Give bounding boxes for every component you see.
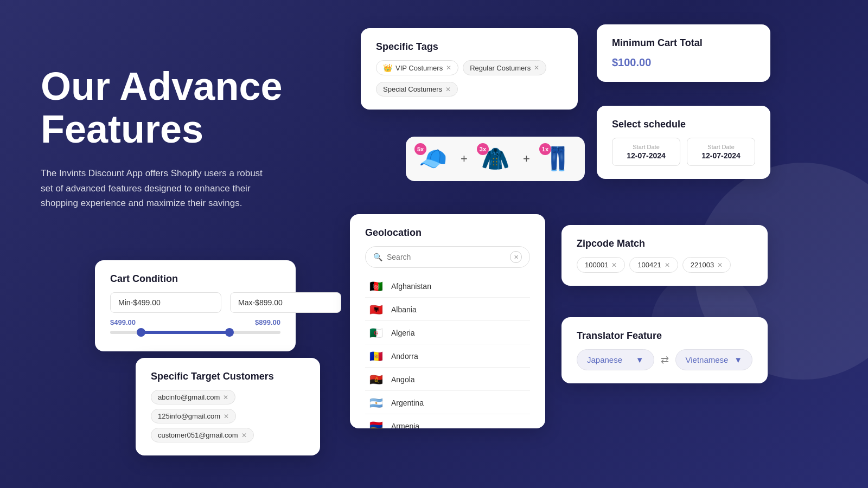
start-date-label-1: Start Date (619, 144, 673, 150)
plus-sign-2: + (523, 152, 530, 166)
regular-tag: Regular Costumers ✕ (463, 60, 546, 75)
regular-tag-label: Regular Costumers (470, 64, 531, 72)
pants-badge: 1x (539, 143, 551, 155)
from-lang-chevron-icon: ▼ (636, 355, 644, 364)
product-bundle-card: 5x 🧢 + 3x 🧥 + 1x 👖 (406, 137, 585, 181)
special-tag-remove[interactable]: ✕ (445, 86, 451, 93)
max-price-input[interactable] (230, 292, 341, 313)
translator-title: Translator Feature (577, 330, 752, 342)
date-inputs-container: Start Date 12-07-2024 Start Date 12-07-2… (612, 138, 755, 166)
cart-condition-title: Cart Condition (110, 273, 280, 285)
start-date-input-1[interactable]: Start Date 12-07-2024 (612, 138, 680, 166)
specific-tags-title: Specific Tags (376, 41, 563, 53)
max-price-label: $899.00 (255, 318, 280, 326)
to-lang-label: Vietnamese (686, 355, 729, 364)
algeria-name: Algeria (391, 329, 415, 337)
afghanistan-name: Afghanistan (391, 282, 431, 291)
product-item-hat: 5x 🧢 (419, 147, 447, 170)
zip-tag-0: 100001 ✕ (577, 257, 625, 273)
cart-condition-card: Cart Condition $499.00 $899.00 (95, 260, 296, 351)
country-item-algeria[interactable]: 🇩🇿 Algeria (365, 322, 530, 344)
andorra-flag: 🇦🇩 (367, 350, 385, 363)
albania-flag: 🇦🇱 (367, 303, 385, 316)
email-tag-1-label: 125info@gmail.com (158, 412, 220, 420)
min-price-input[interactable] (110, 292, 221, 313)
from-language-select[interactable]: Japanese ▼ (577, 349, 654, 370)
country-item-armenia[interactable]: 🇦🇲 Armenia (365, 415, 530, 428)
specific-tags-card: Specific Tags 👑 VIP Costumers ✕ Regular … (361, 28, 578, 110)
zip-tag-2: 221003 ✕ (682, 257, 731, 273)
clear-search-button[interactable]: ✕ (510, 251, 522, 263)
left-section: Our Advance Features The Invints Discoun… (41, 65, 323, 210)
zip-tag-1: 100421 ✕ (629, 257, 678, 273)
to-language-select[interactable]: Vietnamese ▼ (675, 349, 753, 370)
start-date-label-2: Start Date (694, 144, 748, 150)
argentina-name: Argentina (391, 399, 424, 407)
target-customers-card: Specific Target Customers abcinfo@gmail.… (136, 358, 320, 455)
email-tag-2: customer051@gmail.com ✕ (151, 428, 254, 442)
product-item-pants: 1x 👖 (544, 147, 572, 170)
plus-sign-1: + (461, 152, 468, 166)
vip-tag: 👑 VIP Costumers ✕ (376, 60, 458, 75)
slider-thumb-right[interactable] (225, 328, 234, 337)
vip-tag-remove[interactable]: ✕ (446, 64, 451, 72)
from-lang-label: Japanese (587, 355, 622, 364)
zip-tag-2-remove[interactable]: ✕ (717, 261, 723, 269)
jacket-badge: 3x (477, 143, 489, 155)
email-tag-2-remove[interactable]: ✕ (241, 432, 247, 439)
product-item-jacket: 3x 🧥 (481, 147, 509, 170)
zip-code-0: 100001 (585, 261, 608, 269)
translator-row: Japanese ▼ ⇄ Vietnamese ▼ (577, 349, 752, 370)
start-date-value-2: 12-07-2024 (694, 151, 748, 160)
vip-tag-label: VIP Costumers (395, 64, 443, 72)
hat-badge: 5x (414, 143, 426, 155)
zip-tag-1-remove[interactable]: ✕ (665, 261, 670, 269)
page-description: The Invints Discount App offers Shopify … (41, 166, 269, 210)
geo-search-container: 🔍 ✕ (365, 246, 530, 268)
andorra-name: Andorra (391, 352, 418, 361)
email-tag-2-label: customer051@gmail.com (158, 431, 238, 439)
country-item-angola[interactable]: 🇦🇴 Angola (365, 369, 530, 391)
target-customers-title: Specific Target Customers (151, 371, 305, 382)
crown-icon: 👑 (383, 63, 392, 72)
special-tag: Special Costumers ✕ (376, 82, 458, 97)
albania-name: Albania (391, 305, 417, 314)
email-tag-0: abcinfo@gmail.com ✕ (151, 390, 235, 404)
min-cart-total-card: Minimum Cart Total $100.00 (597, 24, 770, 82)
argentina-flag: 🇦🇷 (367, 396, 385, 409)
country-item-afghanistan[interactable]: 🇦🇫 Afghanistan (365, 275, 530, 298)
geo-search-input[interactable] (387, 253, 506, 261)
search-icon: 🔍 (373, 253, 382, 261)
schedule-title: Select schedule (612, 119, 755, 130)
price-slider-track[interactable] (110, 331, 280, 334)
start-date-value-1: 12-07-2024 (619, 151, 673, 160)
slider-fill (141, 331, 229, 334)
regular-tag-remove[interactable]: ✕ (534, 64, 539, 72)
angola-name: Angola (391, 375, 415, 384)
country-item-argentina[interactable]: 🇦🇷 Argentina (365, 392, 530, 414)
slider-thumb-left[interactable] (137, 328, 145, 337)
country-item-andorra[interactable]: 🇦🇩 Andorra (365, 345, 530, 368)
specific-tags-container: 👑 VIP Costumers ✕ Regular Costumers ✕ Sp… (376, 60, 563, 97)
armenia-flag: 🇦🇲 (367, 420, 385, 428)
zip-tag-0-remove[interactable]: ✕ (611, 261, 617, 269)
zip-tags-container: 100001 ✕ 100421 ✕ 221003 ✕ (577, 257, 752, 273)
zip-code-2: 221003 (691, 261, 714, 269)
email-tag-1-remove[interactable]: ✕ (224, 413, 229, 420)
armenia-name: Armenia (391, 422, 419, 428)
country-list: 🇦🇫 Afghanistan 🇦🇱 Albania 🇩🇿 Algeria 🇦🇩 … (365, 275, 530, 428)
angola-flag: 🇦🇴 (367, 373, 385, 386)
swap-languages-icon[interactable]: ⇄ (661, 354, 669, 366)
min-cart-value: $100.00 (612, 56, 755, 69)
email-tag-0-label: abcinfo@gmail.com (158, 393, 220, 401)
email-tag-0-remove[interactable]: ✕ (223, 394, 228, 401)
min-cart-title: Minimum Cart Total (612, 37, 755, 49)
zip-code-1: 100421 (637, 261, 661, 269)
email-tags-container: abcinfo@gmail.com ✕ 125info@gmail.com ✕ … (151, 390, 305, 442)
email-tag-1: 125info@gmail.com ✕ (151, 409, 236, 423)
afghanistan-flag: 🇦🇫 (367, 280, 385, 293)
start-date-input-2[interactable]: Start Date 12-07-2024 (687, 138, 755, 166)
country-item-albania[interactable]: 🇦🇱 Albania (365, 299, 530, 321)
schedule-card: Select schedule Start Date 12-07-2024 St… (597, 106, 770, 179)
zipcode-match-card: Zipcode Match 100001 ✕ 100421 ✕ 221003 ✕ (561, 225, 768, 286)
